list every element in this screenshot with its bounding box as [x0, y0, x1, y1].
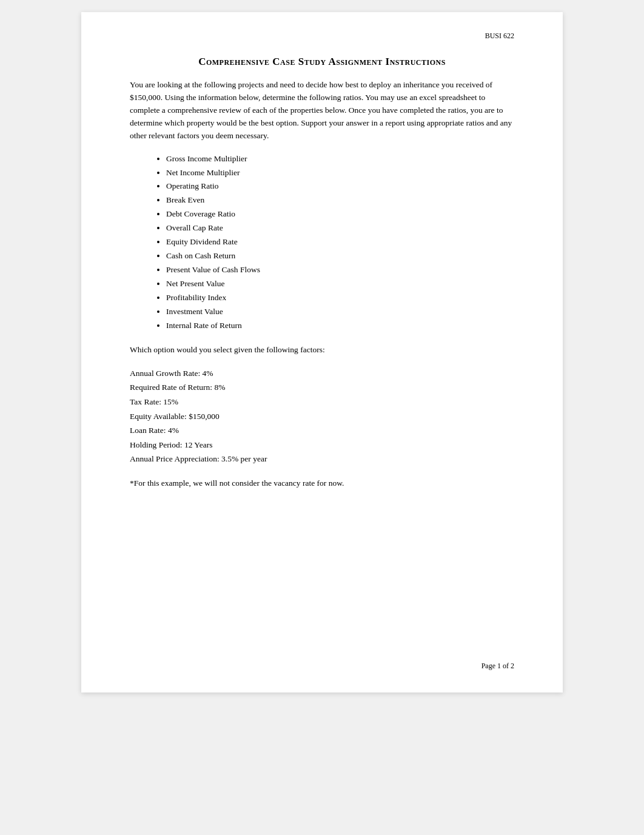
list-item: Equity Dividend Rate — [166, 235, 514, 249]
factor-item: Loan Rate: 4% — [130, 423, 514, 438]
list-item: Net Income Multiplier — [166, 166, 514, 180]
bullet-list: Gross Income MultiplierNet Income Multip… — [130, 152, 514, 333]
list-item: Investment Value — [166, 305, 514, 319]
list-item: Gross Income Multiplier — [166, 152, 514, 166]
factors-block: Annual Growth Rate: 4%Required Rate of R… — [130, 366, 514, 466]
list-item: Operating Ratio — [166, 179, 514, 193]
question-text: Which option would you select given the … — [130, 344, 514, 357]
list-item: Overall Cap Rate — [166, 221, 514, 235]
factor-item: Tax Rate: 15% — [130, 395, 514, 409]
factor-item: Required Rate of Return: 8% — [130, 380, 514, 395]
factor-item: Holding Period: 12 Years — [130, 438, 514, 452]
page-number: Page 1 of 2 — [481, 662, 514, 671]
factor-item: Equity Available: $150,000 — [130, 409, 514, 424]
course-code: BUSI 622 — [485, 32, 514, 41]
factor-item: Annual Price Appreciation: 3.5% per year — [130, 452, 514, 466]
list-item: Profitability Index — [166, 291, 514, 305]
intro-paragraph: You are looking at the following project… — [130, 79, 514, 143]
list-item: Internal Rate of Return — [166, 319, 514, 333]
document-page: BUSI 622 Comprehensive Case Study Assign… — [81, 12, 563, 692]
list-item: Net Present Value — [166, 277, 514, 291]
list-item: Break Even — [166, 193, 514, 207]
note-text: *For this example, we will not consider … — [130, 477, 514, 490]
list-item: Debt Coverage Ratio — [166, 207, 514, 221]
factor-item: Annual Growth Rate: 4% — [130, 366, 514, 381]
list-item: Present Value of Cash Flows — [166, 263, 514, 277]
list-item: Cash on Cash Return — [166, 249, 514, 263]
page-title: Comprehensive Case Study Assignment Inst… — [130, 56, 514, 68]
